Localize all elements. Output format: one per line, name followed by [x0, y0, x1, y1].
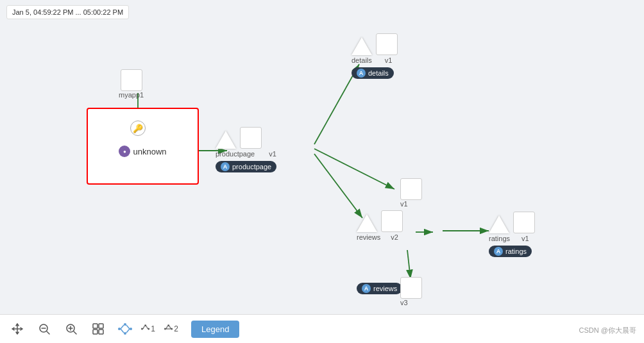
graph2-icon[interactable]: 2: [164, 322, 178, 336]
graph1-label: 1: [151, 324, 155, 333]
svg-line-7: [74, 331, 76, 334]
myapp1-node[interactable]: myapp1: [119, 69, 144, 99]
reviews-v2-label: v2: [391, 233, 398, 241]
svg-line-19: [126, 329, 130, 333]
details-badge-icon: A: [357, 69, 366, 78]
ratings-v1-box: [513, 212, 535, 233]
reviews-badge-icon: A: [362, 284, 371, 293]
reviews-v3-box: [400, 277, 422, 299]
svg-point-25: [164, 328, 166, 330]
move-icon[interactable]: [10, 322, 24, 336]
graph1-icon[interactable]: 1: [141, 322, 155, 336]
reviews-tri-sq: [357, 210, 403, 232]
arrow-productpage-reviews: [314, 154, 362, 218]
timestamp-bar: Jan 5, 04:59:22 PM ... 05:00:22 PM: [6, 5, 129, 19]
reviews-v3-label: v3: [400, 299, 408, 306]
svg-line-16: [121, 325, 124, 329]
timestamp-text: Jan 5, 04:59:22 PM ... 05:00:22 PM: [12, 8, 123, 16]
svg-rect-11: [99, 330, 103, 334]
watermark: CSDN @你大晨哥: [579, 326, 636, 335]
productpage-version: v1: [269, 150, 276, 158]
svg-point-27: [171, 328, 173, 330]
ratings-label: ratings: [489, 235, 510, 242]
reviews-badge-label: reviews: [373, 285, 397, 292]
ratings-badge-icon: A: [494, 247, 503, 256]
svg-point-15: [124, 332, 126, 335]
reviews-badge: A reviews: [357, 283, 402, 294]
reviews-v2-box: [381, 210, 403, 232]
svg-line-18: [121, 329, 124, 333]
ratings-tri-sq: [489, 212, 535, 233]
key-icon: 🔑: [130, 121, 146, 136]
unknown-icon: ●: [119, 146, 130, 157]
zoom-in-icon[interactable]: [64, 322, 78, 336]
productpage-tri-sq: [216, 127, 262, 149]
svg-line-28: [166, 326, 167, 329]
svg-point-13: [124, 323, 126, 326]
reviews-v1-group: v1: [400, 178, 422, 208]
unknown-label-row: ● unknown: [119, 146, 166, 157]
svg-point-20: [141, 328, 143, 330]
productpage-triangle: [216, 131, 236, 149]
reviews-v3-group: v3: [400, 277, 422, 306]
ratings-version: v1: [521, 235, 529, 242]
details-badge-label: details: [368, 69, 389, 77]
arrow-productpage-reviews-v1: [314, 149, 394, 189]
details-tri-sq: [352, 33, 398, 55]
productpage-group: productpage v1 A productpage: [216, 127, 276, 172]
zoom-out-icon[interactable]: [37, 322, 51, 336]
svg-point-14: [130, 328, 132, 330]
details-group: details v1 A details: [352, 33, 398, 79]
details-label: details: [352, 56, 372, 64]
productpage-badge-icon: A: [221, 162, 230, 171]
unknown-text: unknown: [133, 147, 166, 156]
fit-icon[interactable]: [91, 322, 105, 336]
svg-line-17: [126, 325, 130, 329]
svg-point-12: [118, 328, 121, 330]
svg-point-22: [148, 328, 149, 330]
svg-line-3: [47, 331, 49, 334]
reviews-label: reviews: [357, 233, 380, 241]
reviews-v1-label: v1: [400, 200, 408, 208]
productpage-label: productpage: [216, 150, 255, 158]
details-v1-box: [376, 33, 398, 55]
details-version: v1: [385, 56, 393, 64]
productpage-badge-label: productpage: [232, 163, 271, 171]
productpage-badge: A productpage: [216, 161, 276, 172]
ratings-group: ratings v1 A ratings: [489, 212, 535, 257]
svg-rect-8: [93, 324, 97, 328]
graph-icon[interactable]: [118, 322, 132, 336]
details-badge: A details: [352, 67, 394, 79]
svg-line-23: [143, 326, 144, 329]
details-triangle: [352, 37, 372, 55]
svg-rect-10: [93, 330, 97, 334]
reviews-triangle: [357, 214, 377, 232]
myapp1-label: myapp1: [119, 91, 144, 99]
legend-button[interactable]: Legend: [191, 321, 239, 338]
svg-rect-9: [99, 324, 103, 328]
reviews-v1-box: [400, 178, 422, 200]
ratings-badge: A ratings: [489, 246, 532, 257]
ratings-triangle: [489, 215, 509, 233]
legend-label: Legend: [201, 324, 229, 334]
ratings-badge-label: ratings: [505, 247, 527, 255]
svg-line-29: [169, 326, 171, 329]
unknown-box[interactable]: 🔑 ● unknown: [87, 108, 199, 185]
productpage-v1-box: [240, 127, 262, 149]
myapp1-box: [121, 69, 142, 91]
svg-line-24: [146, 326, 148, 329]
toolbar: 1 2 Legend CSDN @你大晨哥: [0, 314, 644, 343]
main-canvas: Jan 5, 04:59:22 PM ... 05:00:22 PM myapp…: [0, 0, 644, 314]
arrow-reviews-v3: [407, 250, 411, 279]
reviews-group: reviews v2 A reviews: [357, 210, 403, 294]
graph2-label: 2: [174, 324, 178, 333]
graph-icons: 1 2: [118, 322, 178, 336]
